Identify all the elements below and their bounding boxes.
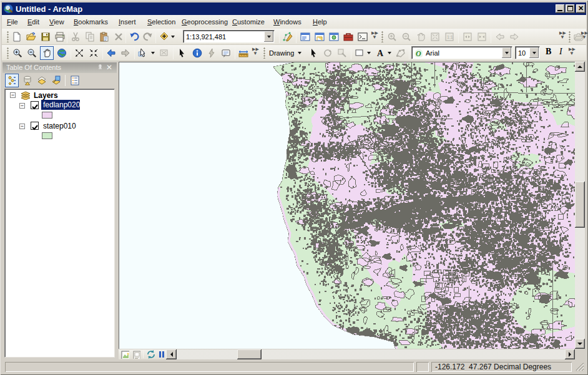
svg-text:1:1: 1:1 <box>447 35 453 39</box>
svg-text:A: A <box>377 49 384 58</box>
svg-text:O: O <box>416 49 421 57</box>
